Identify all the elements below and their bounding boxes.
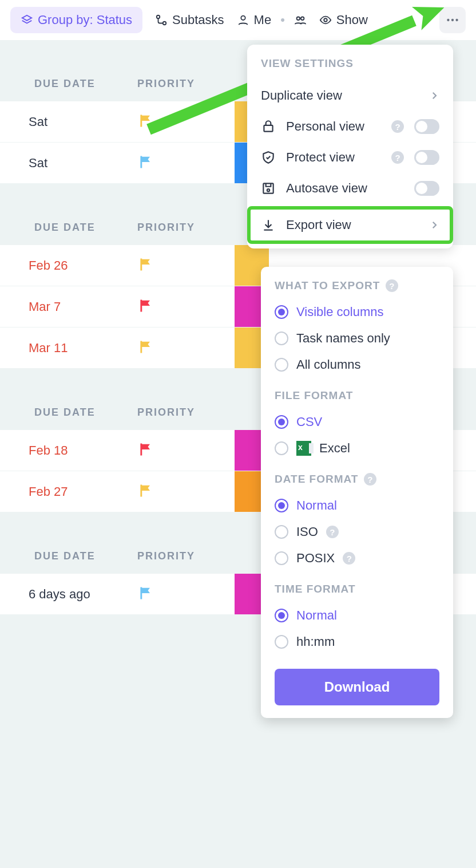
protect-view-label: Protect view	[286, 150, 381, 165]
radio-icon	[275, 332, 288, 345]
help-icon[interactable]: ?	[343, 552, 355, 565]
due-date-column-label: DUE DATE	[0, 407, 137, 419]
save-icon	[261, 181, 276, 196]
people-pill[interactable]	[294, 14, 307, 26]
flag-icon	[137, 483, 154, 499]
priority-cell[interactable]	[137, 483, 235, 501]
flag-icon	[137, 441, 154, 457]
me-label: Me	[254, 13, 272, 27]
protect-view-item[interactable]: Protect view ?	[247, 142, 453, 173]
export-excel-option[interactable]: Excel	[275, 435, 439, 461]
view-settings-panel: VIEW SETTINGS Duplicate view Personal vi…	[247, 45, 453, 248]
due-date-cell[interactable]: Feb 18	[0, 443, 137, 458]
flag-icon	[137, 257, 154, 273]
export-date-format-title: DATE FORMAT ?	[275, 473, 439, 486]
flag-icon	[137, 113, 154, 129]
toolbar: Group by: Status Subtasks Me • Show	[0, 0, 476, 40]
view-settings-title: VIEW SETTINGS	[247, 57, 453, 80]
priority-cell[interactable]	[137, 441, 235, 460]
show-label: Show	[336, 13, 368, 27]
personal-view-toggle[interactable]	[414, 119, 439, 134]
chevron-right-icon	[429, 90, 439, 101]
radio-icon	[275, 305, 288, 319]
svg-point-5	[324, 18, 327, 22]
duplicate-view-item[interactable]: Duplicate view	[247, 80, 453, 111]
priority-cell[interactable]	[137, 257, 235, 275]
priority-column-label: PRIORITY	[137, 407, 235, 419]
eye-icon	[319, 14, 332, 26]
more-button[interactable]	[439, 7, 466, 33]
priority-cell[interactable]	[137, 585, 235, 603]
due-date-column-label: DUE DATE	[0, 222, 137, 234]
flag-icon	[137, 298, 154, 314]
svg-point-6	[447, 19, 449, 21]
help-icon[interactable]: ?	[386, 279, 398, 292]
help-icon[interactable]: ?	[364, 473, 376, 486]
radio-icon	[275, 551, 288, 565]
export-time-normal-option[interactable]: Normal	[275, 602, 439, 629]
due-date-cell[interactable]: Feb 27	[0, 484, 137, 499]
autosave-view-toggle[interactable]	[414, 181, 439, 196]
priority-column-label: PRIORITY	[137, 78, 235, 90]
ellipsis-icon	[445, 13, 460, 27]
export-time-format-title: TIME FORMAT	[275, 583, 439, 595]
svg-point-1	[163, 22, 166, 25]
svg-point-7	[451, 19, 454, 21]
duplicate-view-label: Duplicate view	[261, 88, 419, 103]
due-date-cell[interactable]: Sat	[0, 156, 137, 171]
autosave-view-item[interactable]: Autosave view	[247, 173, 453, 204]
lock-icon	[261, 119, 276, 134]
subtasks-label: Subtasks	[172, 13, 224, 27]
radio-icon	[275, 499, 288, 512]
download-icon	[261, 218, 276, 232]
due-date-cell[interactable]: Mar 7	[0, 299, 137, 314]
personal-view-item[interactable]: Personal view ?	[247, 111, 453, 142]
radio-icon	[275, 609, 288, 622]
radio-icon	[275, 441, 288, 455]
subtasks-pill[interactable]: Subtasks	[155, 13, 224, 27]
due-date-column-label: DUE DATE	[0, 78, 137, 90]
due-date-cell[interactable]: Sat	[0, 115, 137, 129]
svg-point-13	[267, 189, 269, 191]
export-csv-option[interactable]: CSV	[275, 409, 439, 435]
flag-icon	[137, 339, 154, 355]
priority-cell[interactable]	[137, 154, 235, 172]
due-date-cell[interactable]: 6 days ago	[0, 587, 137, 602]
svg-point-3	[296, 17, 300, 21]
flag-icon	[137, 154, 154, 170]
protect-view-toggle[interactable]	[414, 150, 439, 165]
export-all-columns-option[interactable]: All columns	[275, 352, 439, 378]
priority-column-label: PRIORITY	[137, 550, 235, 562]
export-date-iso-option[interactable]: ISO ?	[275, 519, 439, 545]
layers-icon	[21, 14, 33, 26]
autosave-view-label: Autosave view	[286, 181, 404, 196]
export-visible-columns-option[interactable]: Visible columns	[275, 299, 439, 325]
priority-cell[interactable]	[137, 339, 235, 357]
priority-cell[interactable]	[137, 298, 235, 316]
flag-icon	[137, 585, 154, 601]
export-view-item[interactable]: Export view	[247, 206, 453, 244]
show-pill[interactable]: Show	[319, 13, 368, 27]
export-date-posix-option[interactable]: POSIX ?	[275, 545, 439, 571]
group-by-pill[interactable]: Group by: Status	[10, 7, 142, 33]
priority-column-label: PRIORITY	[137, 222, 235, 234]
due-date-cell[interactable]: Feb 26	[0, 258, 137, 273]
help-icon[interactable]: ?	[391, 120, 404, 133]
help-icon[interactable]: ?	[391, 151, 404, 164]
export-file-format-title: FILE FORMAT	[275, 389, 439, 402]
personal-view-label: Personal view	[286, 119, 381, 134]
export-time-hhmm-option[interactable]: hh:mm	[275, 629, 439, 655]
export-date-normal-option[interactable]: Normal	[275, 492, 439, 519]
download-button[interactable]: Download	[275, 669, 439, 705]
export-what-title: WHAT TO EXPORT ?	[275, 279, 439, 292]
export-panel: WHAT TO EXPORT ? Visible columns Task na…	[261, 267, 453, 718]
chevron-right-icon	[429, 220, 439, 230]
person-icon	[237, 14, 249, 26]
export-task-names-option[interactable]: Task names only	[275, 325, 439, 352]
priority-cell[interactable]	[137, 113, 235, 131]
help-icon[interactable]: ?	[326, 526, 339, 538]
svg-rect-11	[264, 125, 272, 132]
due-date-cell[interactable]: Mar 11	[0, 341, 137, 356]
me-pill[interactable]: Me	[237, 13, 272, 27]
radio-icon	[275, 415, 288, 429]
